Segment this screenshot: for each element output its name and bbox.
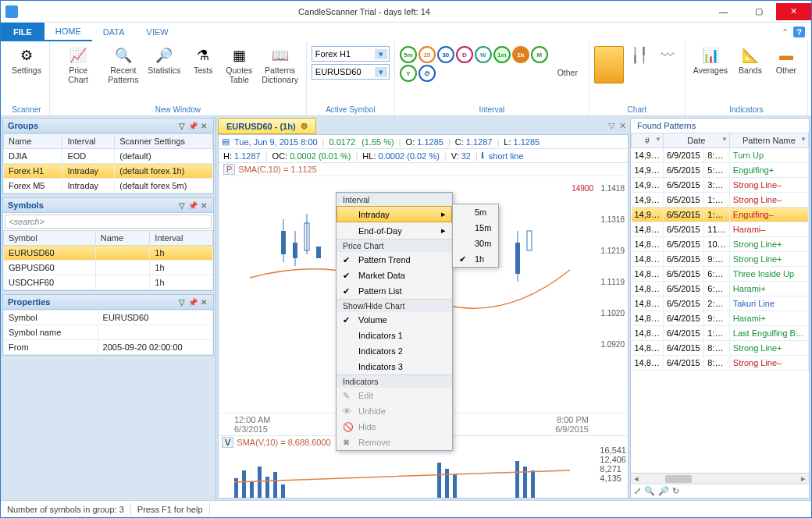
file-tab[interactable]: FILE bbox=[1, 23, 45, 41]
ctx-unhide[interactable]: 👁Unhide bbox=[337, 403, 452, 419]
sub-1h[interactable]: ✔1h bbox=[453, 251, 498, 267]
tab-view[interactable]: VIEW bbox=[136, 23, 180, 41]
symbols-table[interactable]: SymbolNameIntervalEURUSD601hGBPUSD601hUS… bbox=[3, 230, 213, 290]
maximize-button[interactable]: ▢ bbox=[741, 3, 776, 20]
interval-1m[interactable]: 1m bbox=[493, 46, 511, 63]
document-tab[interactable]: EURUSD60 - (1h)⊗ bbox=[218, 118, 316, 134]
interval-other-button[interactable]: Other bbox=[551, 66, 584, 81]
sub-15m[interactable]: 15m bbox=[453, 220, 498, 236]
calendar-icon[interactable]: ▤ bbox=[222, 137, 230, 147]
chart-canvas[interactable]: 1.14181.13181.12191.11191.10201.0920 149… bbox=[219, 176, 628, 413]
pattern-row[interactable]: 14,8…6/5/20159:…Strong Line+ bbox=[632, 252, 809, 267]
pattern-row[interactable]: 14,8…6/4/20151:…Last Engulfing B… bbox=[632, 326, 809, 341]
dropdown-icon[interactable]: ▽ bbox=[179, 122, 185, 130]
groups-table[interactable]: NameIntervalScanner SettingsDJIAEOD(defa… bbox=[3, 133, 213, 193]
pattern-row[interactable]: 14,8…6/5/20156:…Three Inside Up bbox=[632, 267, 809, 282]
pin-icon[interactable]: 📌 bbox=[188, 201, 198, 210]
symbol-row[interactable]: GBPUSD601h bbox=[4, 261, 213, 275]
ctx-ind3[interactable]: Indicators 3 bbox=[337, 359, 452, 374]
statistics-button[interactable]: 🔎Statistics bbox=[144, 43, 183, 79]
group-row[interactable]: DJIAEOD(default) bbox=[4, 149, 213, 164]
sub-5m[interactable]: 5m bbox=[453, 204, 498, 220]
patterns-dictionary-button[interactable]: 📖Patterns Dictionary bbox=[258, 43, 301, 87]
close-pane-icon[interactable]: ✕ bbox=[201, 298, 207, 307]
horizontal-scrollbar[interactable]: ◂▸ bbox=[631, 473, 809, 484]
ctx-eod[interactable]: End-of-Day▸ bbox=[337, 222, 452, 239]
zoom-out-icon[interactable]: 🔍 bbox=[644, 486, 655, 496]
group-row[interactable]: Forex H1Intraday(default forex 1h) bbox=[4, 164, 213, 179]
pattern-row[interactable]: 14,8…6/4/20159:…Harami+ bbox=[632, 311, 809, 326]
v-button[interactable]: V bbox=[222, 437, 233, 448]
pin-icon[interactable]: 📌 bbox=[188, 122, 198, 130]
dropdown-icon[interactable]: ▽ bbox=[179, 298, 185, 307]
interval-30m[interactable]: 30 bbox=[437, 46, 454, 63]
symbol-row[interactable]: USDCHF601h bbox=[4, 275, 213, 290]
chart-style-2-button[interactable]: ╽╿ bbox=[627, 43, 652, 69]
indicators-other-button[interactable]: ▬Other bbox=[770, 43, 803, 79]
pin-icon[interactable]: 📌 bbox=[188, 298, 198, 307]
pattern-row[interactable]: 14,8…6/5/20152:…Takuri Line bbox=[632, 296, 809, 311]
price-chart-button[interactable]: 📈Price Chart bbox=[55, 43, 102, 87]
tests-button[interactable]: ⚗Tests bbox=[187, 43, 219, 79]
pattern-row[interactable]: 14,9…6/5/20151:…Engulfing– bbox=[632, 208, 809, 222]
averages-button[interactable]: 📊Averages bbox=[690, 43, 731, 79]
quotes-table-button[interactable]: ▦Quotes Table bbox=[223, 43, 255, 87]
interval-y[interactable]: Y bbox=[400, 65, 417, 82]
pattern-row[interactable]: 14,9…6/5/20151:…Strong Line– bbox=[632, 193, 809, 208]
symbol-row[interactable]: EURUSD601h bbox=[4, 246, 213, 261]
ctx-pattern-list[interactable]: ✔Pattern List bbox=[337, 283, 452, 299]
interval-d[interactable]: D bbox=[456, 46, 473, 63]
symbol-search-input[interactable]: <search> bbox=[5, 215, 212, 229]
tab-data[interactable]: DATA bbox=[92, 23, 136, 41]
pattern-row[interactable]: 14,9…6/5/20155:…Engulfing+ bbox=[632, 163, 809, 178]
close-pane-icon[interactable]: ✕ bbox=[619, 121, 626, 131]
group-row[interactable]: Forex M5Intraday(default forex 5m) bbox=[4, 179, 213, 193]
pattern-row[interactable]: 14,8…6/4/20158:…Strong Line+ bbox=[632, 341, 809, 356]
ctx-remove[interactable]: ✖Remove bbox=[337, 435, 452, 450]
ctx-pattern-trend[interactable]: ✔Pattern Trend bbox=[337, 252, 452, 268]
close-pane-icon[interactable]: ✕ bbox=[201, 201, 207, 210]
recent-patterns-button[interactable]: 🔍Recent Patterns bbox=[105, 43, 141, 87]
symbol-dropdown[interactable]: EURUSD60 bbox=[312, 64, 390, 80]
minimize-button[interactable]: — bbox=[706, 3, 741, 20]
interval-w[interactable]: W bbox=[475, 46, 492, 63]
interval-5m[interactable]: 5m bbox=[400, 46, 417, 63]
unhide-icon: 👁 bbox=[343, 406, 351, 416]
refresh-icon[interactable]: ↻ bbox=[672, 486, 679, 496]
pattern-row[interactable]: 14,9…6/9/20158:…Turn Up bbox=[632, 148, 809, 163]
zoom-fit-icon[interactable]: ⤢ bbox=[634, 486, 641, 496]
interval-15m[interactable]: 15 bbox=[418, 46, 436, 63]
pattern-row[interactable]: 14,8…6/5/20156:…Harami+ bbox=[632, 282, 809, 296]
patterns-table[interactable]: #▼Date▼Pattern Name▼14,9…6/9/20158:…Turn… bbox=[631, 133, 809, 371]
pattern-row[interactable]: 14,8…6/5/201511…Harami– bbox=[632, 222, 809, 237]
dropdown-icon[interactable]: ▽ bbox=[608, 121, 614, 131]
close-button[interactable]: ✕ bbox=[776, 3, 811, 20]
tab-home[interactable]: HOME bbox=[45, 23, 92, 41]
interval-m[interactable]: M bbox=[531, 46, 548, 63]
pattern-row[interactable]: 14,8…6/4/20158:…Strong Line– bbox=[632, 356, 809, 371]
ctx-ind1[interactable]: Indicators 1 bbox=[337, 328, 452, 343]
sub-30m[interactable]: 30m bbox=[453, 236, 498, 251]
bands-button[interactable]: 📐Bands bbox=[734, 43, 767, 79]
p-button[interactable]: P bbox=[223, 164, 235, 175]
close-pane-icon[interactable]: ✕ bbox=[201, 122, 207, 130]
chart-style-button[interactable] bbox=[594, 46, 624, 83]
chart-style-3-button[interactable]: 〰 bbox=[655, 43, 680, 69]
pattern-row[interactable]: 14,9…6/5/20153:…Strong Line– bbox=[632, 178, 809, 193]
interval-1h[interactable]: 1h bbox=[512, 46, 529, 63]
help-icon[interactable]: ? bbox=[793, 27, 805, 37]
pattern-row[interactable]: 14,8…6/5/201510…Strong Line+ bbox=[632, 237, 809, 252]
ctx-volume[interactable]: ✔Volume bbox=[337, 312, 452, 328]
ctx-intraday[interactable]: Intraday▸ bbox=[337, 206, 452, 222]
collapse-ribbon-icon[interactable]: ⌃ bbox=[782, 27, 789, 37]
settings-button[interactable]: ⚙ Settings bbox=[9, 43, 45, 79]
close-tab-icon[interactable]: ⊗ bbox=[301, 121, 308, 131]
ctx-market-data[interactable]: ✔Market Data bbox=[337, 268, 452, 283]
group-dropdown[interactable]: Forex H1 bbox=[312, 46, 390, 62]
interval-other-icon[interactable]: ⏱ bbox=[418, 65, 436, 82]
zoom-in-icon[interactable]: 🔎 bbox=[658, 486, 669, 496]
dropdown-icon[interactable]: ▽ bbox=[179, 201, 185, 210]
ctx-edit[interactable]: ✎Edit bbox=[337, 388, 452, 403]
ctx-hide[interactable]: 🚫Hide bbox=[337, 419, 452, 435]
ctx-ind2[interactable]: Indicators 2 bbox=[337, 343, 452, 359]
